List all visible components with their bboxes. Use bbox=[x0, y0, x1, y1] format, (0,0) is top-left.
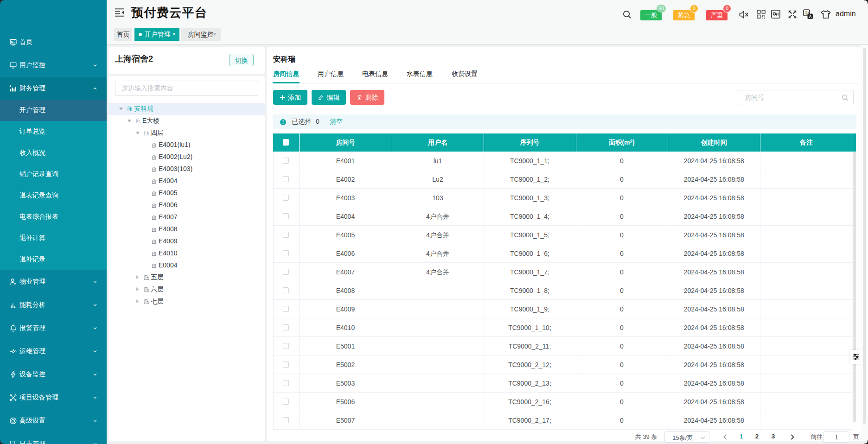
svg-text:A: A bbox=[809, 14, 811, 19]
svg-text:¥: ¥ bbox=[10, 84, 12, 88]
